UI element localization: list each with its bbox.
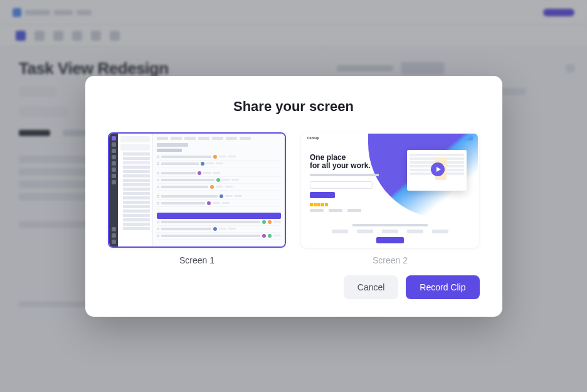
modal-actions: Cancel Record Clip (108, 275, 480, 299)
screen-2-thumbnail: ClickUp One placefor all your work. (301, 132, 479, 248)
screen-option-1[interactable]: Screen 1 (108, 132, 286, 265)
screen-option-2[interactable]: ClickUp One placefor all your work. (301, 132, 479, 265)
play-icon (431, 162, 445, 176)
screen-options: Screen 1 ClickUp One placefor all your w… (108, 132, 480, 265)
record-clip-button[interactable]: Record Clip (406, 275, 479, 299)
screen-1-label: Screen 1 (108, 255, 286, 265)
modal-title: Share your screen (108, 98, 480, 115)
share-screen-modal: Share your screen (85, 76, 502, 317)
screen-2-label: Screen 2 (301, 255, 479, 265)
cancel-button[interactable]: Cancel (344, 275, 399, 299)
modal-overlay: Share your screen (0, 0, 587, 392)
screen-1-thumbnail (108, 132, 286, 248)
